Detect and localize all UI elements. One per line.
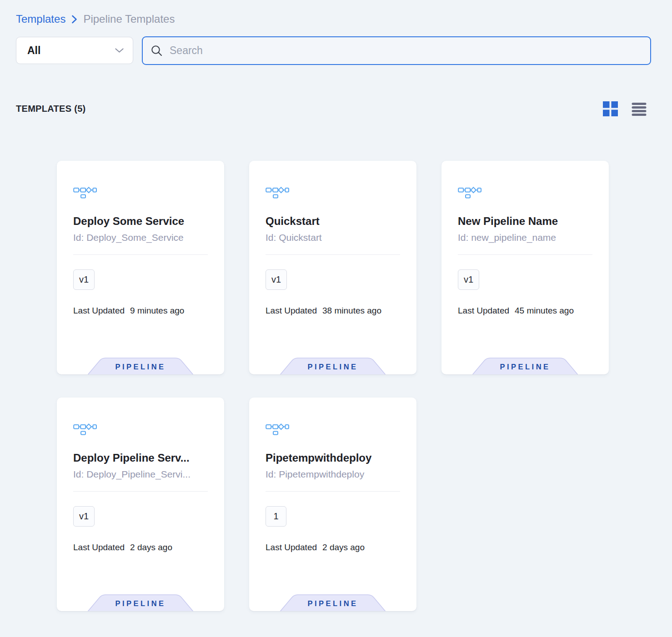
- card-divider: [266, 491, 400, 492]
- template-card[interactable]: Deploy Pipeline Serv... Id: Deploy_Pipel…: [57, 398, 224, 611]
- view-toggle: [603, 101, 647, 116]
- pipeline-flow-icon: [73, 423, 208, 437]
- template-card[interactable]: Deploy Some Service Id: Deploy_Some_Serv…: [57, 161, 224, 374]
- search-input[interactable]: [169, 44, 642, 57]
- pipeline-flow-icon: [266, 423, 400, 437]
- pipeline-tag-label: PIPELINE: [115, 363, 165, 371]
- pipeline-flow-icon: [73, 186, 208, 200]
- templates-count-title: TEMPLATES (5): [16, 104, 86, 114]
- breadcrumb-link-templates[interactable]: Templates: [16, 13, 65, 25]
- last-updated-label: Last Updated: [266, 542, 317, 552]
- version-badge: 1: [266, 506, 286, 527]
- last-updated-label: Last Updated: [458, 306, 509, 316]
- template-id: Id: Quickstart: [266, 232, 400, 243]
- pipeline-tag-label: PIPELINE: [307, 599, 358, 607]
- version-badge: v1: [266, 269, 287, 290]
- scope-filter-value: All: [27, 45, 40, 57]
- pipeline-type-tag: PIPELINE: [87, 594, 194, 611]
- toolbar: All: [16, 37, 651, 65]
- list-view-icon: [632, 110, 647, 117]
- version-badge: v1: [73, 506, 95, 527]
- pipeline-tag-label: PIPELINE: [307, 363, 358, 371]
- last-updated-value: 45 minutes ago: [515, 306, 574, 316]
- last-updated-value: 38 minutes ago: [322, 306, 381, 316]
- card-divider: [458, 254, 592, 255]
- card-divider: [73, 491, 208, 492]
- pipeline-type-tag: PIPELINE: [87, 358, 194, 374]
- grid-view-button[interactable]: [603, 101, 618, 116]
- template-card[interactable]: Pipetempwithdeploy Id: Pipetempwithdeplo…: [249, 398, 416, 611]
- pipeline-flow-icon: [266, 186, 400, 200]
- pipeline-type-tag: PIPELINE: [279, 358, 386, 374]
- template-id: Id: new_pipeline_name: [458, 232, 592, 243]
- template-card[interactable]: New Pipeline Name Id: new_pipeline_name …: [441, 161, 609, 374]
- breadcrumb: Templates Pipeline Templates: [0, 0, 672, 25]
- last-updated-label: Last Updated: [73, 306, 125, 316]
- grid-view-icon: [603, 111, 618, 118]
- pipeline-flow-icon: [458, 186, 592, 200]
- version-badge: v1: [73, 269, 95, 290]
- template-grid: Deploy Some Service Id: Deploy_Some_Serv…: [57, 161, 672, 611]
- pipeline-tag-label: PIPELINE: [115, 599, 165, 607]
- last-updated-row: Last Updated 38 minutes ago: [266, 306, 400, 316]
- template-title: Pipetempwithdeploy: [266, 452, 400, 464]
- template-id: Id: Deploy_Pipeline_Servi...: [73, 469, 208, 480]
- chevron-down-icon: [115, 48, 124, 53]
- last-updated-row: Last Updated 2 days ago: [266, 542, 400, 552]
- chevron-right-icon: [71, 15, 77, 24]
- last-updated-value: 2 days ago: [130, 542, 172, 552]
- template-card[interactable]: Quickstart Id: Quickstart v1 Last Update…: [249, 161, 416, 374]
- list-view-button[interactable]: [632, 102, 647, 116]
- pipeline-type-tag: PIPELINE: [279, 594, 386, 611]
- pipeline-type-tag: PIPELINE: [471, 358, 579, 374]
- breadcrumb-current-page: Pipeline Templates: [83, 13, 175, 25]
- template-title: Deploy Pipeline Serv...: [73, 452, 208, 464]
- last-updated-value: 9 minutes ago: [130, 306, 184, 316]
- last-updated-row: Last Updated 2 days ago: [73, 542, 208, 552]
- section-header: TEMPLATES (5): [16, 101, 647, 116]
- template-title: Quickstart: [266, 215, 400, 228]
- search-field: [142, 36, 651, 65]
- template-id: Id: Pipetempwithdeploy: [266, 469, 400, 480]
- last-updated-label: Last Updated: [73, 542, 125, 552]
- template-title: New Pipeline Name: [458, 215, 592, 228]
- search-icon: [150, 45, 163, 57]
- last-updated-row: Last Updated 45 minutes ago: [458, 306, 592, 316]
- last-updated-row: Last Updated 9 minutes ago: [73, 306, 208, 316]
- card-divider: [266, 254, 400, 255]
- template-id: Id: Deploy_Some_Service: [73, 232, 208, 243]
- pipeline-tag-label: PIPELINE: [500, 363, 550, 371]
- card-divider: [73, 254, 208, 255]
- scope-filter-dropdown[interactable]: All: [16, 37, 133, 64]
- version-badge: v1: [458, 269, 479, 290]
- last-updated-label: Last Updated: [266, 306, 317, 316]
- last-updated-value: 2 days ago: [322, 542, 365, 552]
- template-title: Deploy Some Service: [73, 215, 208, 228]
